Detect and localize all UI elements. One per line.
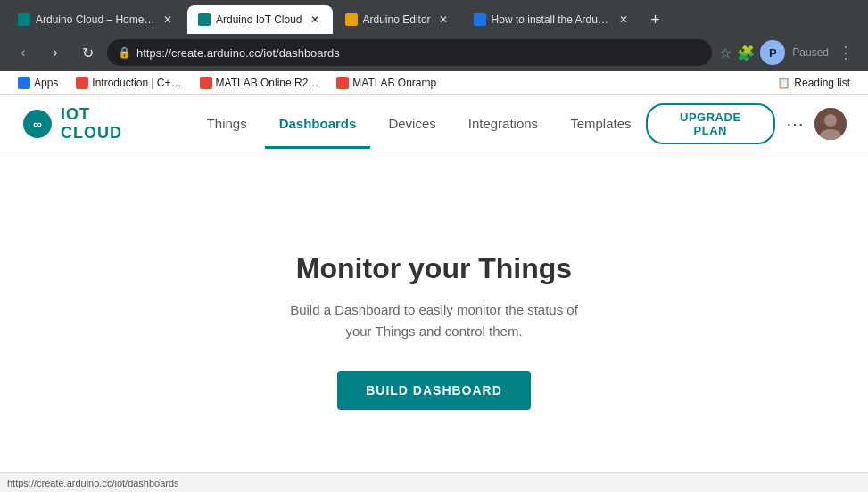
refresh-button[interactable]: ↻ [75,40,100,65]
status-url: https://create.arduino.cc/iot/dashboards [7,478,179,488]
bookmark-label-matlab2: MATLAB Onramp [352,77,436,89]
app-header: ∞ IOT CLOUD Things Dashboards Devices In… [0,95,868,152]
bookmark-label-matlab1: MATLAB Online R2… [216,77,319,89]
bookmark-matlab2[interactable]: MATLAB Onramp [329,75,443,91]
tab-label-iot: Arduino IoT Cloud [216,13,302,26]
arduino-logo-icon: ∞ [21,108,54,140]
url-text: https://create.arduino.cc/iot/dashboards [136,46,340,60]
nav-item-things[interactable]: Things [193,98,261,149]
profile-label: Paused [792,46,829,59]
main-nav: Things Dashboards Devices Integrations T… [193,98,646,149]
main-desc-line2: your Things and control them. [345,324,522,339]
tab-label-help: How to install the Arduino Cre… [492,13,611,26]
address-bar-row: ‹ › ↻ 🔒 https://create.arduino.cc/iot/da… [0,34,868,71]
tab-label-home: Arduino Cloud – Home page [36,13,155,26]
reading-list-button[interactable]: 📋 Reading list [770,75,857,91]
bookmark-apps[interactable]: Apps [11,75,65,91]
bookmark-label-apps: Apps [34,77,58,89]
tab-home[interactable]: Arduino Cloud – Home page ✕ [7,5,186,34]
bookmark-star-icon[interactable]: ☆ [719,45,732,62]
build-dashboard-button[interactable]: BUILD DASHBOARD [337,371,531,410]
tab-label-editor: Arduino Editor [363,13,431,26]
svg-point-3 [824,114,837,127]
new-tab-button[interactable]: + [643,7,668,32]
tab-close-editor[interactable]: ✕ [436,12,451,27]
avatar-image [814,108,847,140]
header-right: UPGRADE PLAN ⋯ [646,103,847,144]
tab-close-help[interactable]: ✕ [616,12,631,27]
grid-icon[interactable]: ⋯ [786,113,804,135]
logo-area[interactable]: ∞ IOT CLOUD [21,105,157,143]
tab-close-iot[interactable]: ✕ [308,12,322,27]
bookmark-matlab1[interactable]: MATLAB Online R2… [193,75,327,91]
tab-close-home[interactable]: ✕ [161,12,175,27]
tab-favicon-editor [345,13,358,26]
address-bar[interactable]: 🔒 https://create.arduino.cc/iot/dashboar… [107,39,712,66]
nav-item-templates[interactable]: Templates [556,98,645,149]
profile-button[interactable]: P [760,40,785,65]
reading-list-icon: 📋 [777,77,790,89]
svg-text:∞: ∞ [33,116,42,130]
bookmark-intro[interactable]: Introduction | C+… [69,75,188,91]
back-button[interactable]: ‹ [11,40,36,65]
reading-list-label: Reading list [794,77,850,89]
nav-item-integrations[interactable]: Integrations [454,98,552,149]
tab-bar: Arduino Cloud – Home page ✕ Arduino IoT … [0,0,868,34]
forward-button[interactable]: › [43,40,68,65]
browser-menu-button[interactable]: ⋮ [834,41,857,64]
tab-help[interactable]: How to install the Arduino Cre… ✕ [463,5,641,34]
nav-item-devices[interactable]: Devices [374,98,450,149]
tab-favicon-iot [198,13,211,26]
extensions-icon[interactable]: 🧩 [737,45,755,62]
address-right: ☆ 🧩 P Paused ⋮ [719,40,857,65]
bookmark-favicon-intro [76,77,88,89]
bookmark-favicon-apps [18,77,30,89]
nav-item-dashboards[interactable]: Dashboards [265,98,371,149]
tab-favicon-help [474,13,486,26]
tab-favicon-home [18,13,30,26]
main-desc-line1: Build a Dashboard to easily monitor the … [290,302,578,317]
upgrade-plan-button[interactable]: UPGRADE PLAN [646,103,776,144]
main-content: Monitor your Things Build a Dashboard to… [0,152,868,492]
logo-text: IOT CLOUD [61,105,157,143]
tab-iot[interactable]: Arduino IoT Cloud ✕ [187,5,333,34]
bookmark-favicon-matlab2 [336,77,349,89]
bookmark-favicon-matlab1 [200,77,212,89]
status-bar: https://create.arduino.cc/iot/dashboards [0,472,868,492]
bookmarks-bar: Apps Introduction | C+… MATLAB Online R2… [0,71,868,95]
main-title: Monitor your Things [296,252,572,285]
main-description: Build a Dashboard to easily monitor the … [290,299,578,342]
bookmark-label-intro: Introduction | C+… [92,77,181,89]
avatar[interactable] [814,108,847,140]
lock-icon: 🔒 [118,46,131,59]
tab-editor[interactable]: Arduino Editor ✕ [335,5,461,34]
